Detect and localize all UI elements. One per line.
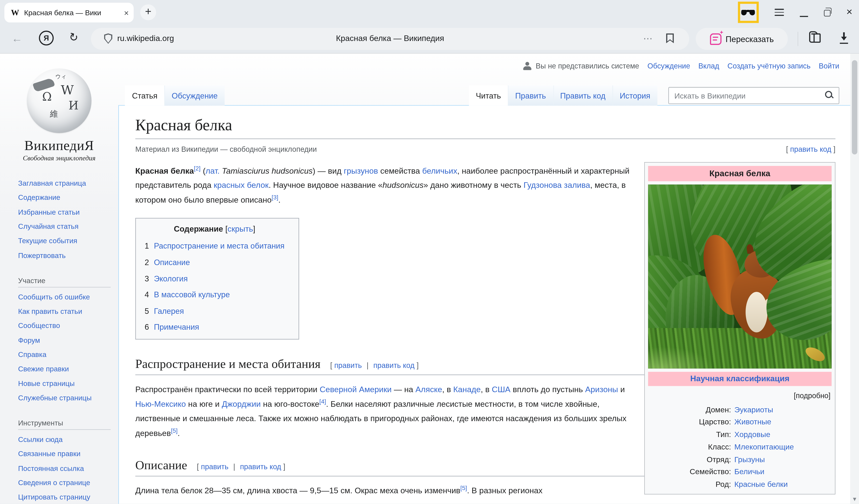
sidebar-item-how-to-edit[interactable]: Как править статьи: [18, 307, 118, 316]
inline-link[interactable]: США: [492, 385, 511, 394]
minimize-icon[interactable]: [800, 7, 808, 18]
summarize-button[interactable]: Пересказать: [696, 28, 788, 50]
inline-link[interactable]: Джорджии: [222, 400, 261, 409]
new-tab-button[interactable]: +: [140, 4, 156, 20]
edit-link[interactable]: править: [334, 361, 362, 369]
taxon-link[interactable]: Животные: [734, 416, 771, 428]
scrollbar-thumb[interactable]: [852, 60, 858, 155]
close-icon[interactable]: ×: [846, 7, 852, 17]
wikipedia-logo[interactable]: ウィ W Ω И 維 ВикипедиЯ Свободная энциклопе…: [0, 54, 118, 163]
side-panel-icon[interactable]: [809, 31, 818, 43]
taxon-link[interactable]: Хордовые: [734, 428, 770, 441]
address-bar[interactable]: ru.wikipedia.org Красная белка — Википед…: [91, 28, 689, 50]
reference-link[interactable]: [5]: [171, 427, 178, 434]
personal-link-talk[interactable]: Обсуждение: [647, 62, 690, 70]
tab-edit[interactable]: Править: [508, 86, 553, 106]
inline-link[interactable]: Аризоны: [585, 385, 618, 394]
inline-link[interactable]: Гудзонова залива: [524, 181, 590, 189]
sidebar-item-report-error[interactable]: Сообщить об ошибке: [18, 293, 118, 301]
sidebar-item-forum[interactable]: Форум: [18, 336, 118, 345]
toc-link[interactable]: Галерея: [154, 306, 184, 315]
sidebar-item-help[interactable]: Справка: [18, 350, 118, 359]
toc-link[interactable]: Распространение и места обитания: [154, 242, 285, 250]
taxon-link[interactable]: Млекопитающие: [734, 441, 794, 453]
logo-tagline: Свободная энциклопедия: [0, 154, 118, 163]
squirrel-photo[interactable]: [648, 184, 832, 368]
sidebar-item-main-page[interactable]: Заглавная страница: [18, 179, 118, 188]
reference-link[interactable]: [4]: [319, 398, 326, 404]
browser-menu-icon[interactable]: [774, 9, 784, 16]
sidebar-item-special-pages[interactable]: Служебные страницы: [18, 394, 118, 402]
inline-link[interactable]: красных белок: [214, 181, 269, 189]
sidebar-item-contents[interactable]: Содержание: [18, 194, 118, 202]
taxon-link[interactable]: Эукариоты: [734, 403, 773, 416]
reference-link[interactable]: [3]: [272, 194, 278, 200]
inline-link[interactable]: Северной Америки: [319, 385, 391, 394]
search-icon[interactable]: [825, 91, 834, 100]
sidebar-item-recent-changes[interactable]: Свежие правки: [18, 365, 118, 373]
tab-edit-source[interactable]: Править код: [553, 86, 613, 106]
toc-link[interactable]: Экология: [154, 274, 188, 283]
toc-link[interactable]: Примечания: [154, 323, 199, 332]
edit-source-link[interactable]: править код: [374, 361, 415, 369]
detail-link[interactable]: подробно: [796, 392, 829, 400]
protect-shield-icon[interactable]: [104, 33, 112, 44]
wikipedia-globe-icon: ウィ W Ω И 維: [27, 68, 91, 133]
personal-link-createaccount[interactable]: Создать учётную запись: [727, 62, 811, 70]
sidebar-item-permanent-link[interactable]: Постоянная ссылка: [18, 464, 118, 473]
search-input[interactable]: [668, 87, 839, 104]
toc-hide-link[interactable]: скрыть: [228, 225, 253, 233]
toc-item: 2Описание: [145, 257, 284, 268]
yandex-home-icon[interactable]: Я: [39, 31, 54, 46]
sidebar-item-new-pages[interactable]: Новые страницы: [18, 379, 118, 388]
refresh-icon[interactable]: ↻: [68, 31, 80, 44]
personal-link-contribs[interactable]: Вклад: [698, 62, 719, 70]
tab-history[interactable]: История: [613, 86, 658, 106]
browser-tab[interactable]: W Красная белка — Вики ×: [4, 3, 134, 22]
bookmark-icon[interactable]: [666, 33, 674, 43]
inline-link[interactable]: Канаде: [453, 385, 481, 394]
taxon-link[interactable]: Беличьи: [734, 465, 764, 478]
personal-link-login[interactable]: Войти: [819, 62, 840, 70]
reference-link[interactable]: [5]: [461, 485, 467, 491]
toc-link[interactable]: В массовой культуре: [154, 290, 230, 299]
taxon-link[interactable]: Красные белки: [734, 478, 788, 490]
site-more-icon[interactable]: ⋯: [643, 33, 653, 44]
inline-link[interactable]: Нью-Мексико: [135, 400, 186, 409]
inline-link[interactable]: беличьих: [422, 166, 457, 175]
sidebar-item-related-changes[interactable]: Связанные правки: [18, 450, 118, 458]
tab-article[interactable]: Статья: [125, 86, 165, 106]
tab-read[interactable]: Читать: [469, 86, 508, 106]
page-scrollbar[interactable]: [850, 54, 859, 504]
edit-source-link[interactable]: править код: [790, 145, 831, 153]
sidebar-item-community[interactable]: Сообщество: [18, 322, 118, 330]
tab-close-icon[interactable]: ×: [124, 9, 129, 17]
sidebar-item-page-info[interactable]: Сведения о странице: [18, 478, 118, 487]
url-text[interactable]: ru.wikipedia.org: [117, 34, 174, 43]
view-tabs: Читать Править Править код История: [469, 86, 658, 106]
sidebar-item-donate[interactable]: Пожертвовать: [18, 251, 118, 260]
sidebar-item-cite-page[interactable]: Цитировать страницу: [18, 493, 118, 501]
taxobox-row: Класс:Млекопитающие: [648, 441, 832, 453]
taxobox-row: Царство:Животные: [648, 416, 832, 428]
inline-link[interactable]: лат.: [206, 166, 220, 175]
inline-link[interactable]: Аляске: [416, 385, 442, 394]
toc-link[interactable]: Описание: [154, 258, 190, 266]
back-icon[interactable]: ←: [12, 33, 22, 44]
sidebar-item-current-events[interactable]: Текущие события: [18, 237, 118, 245]
sidebar-item-random[interactable]: Случайная статья: [18, 223, 118, 231]
toc-item: 4В массовой культуре: [145, 290, 284, 300]
tab-discussion[interactable]: Обсуждение: [165, 86, 225, 106]
scrollbar-down-arrow[interactable]: [853, 498, 856, 501]
sidebar-item-featured[interactable]: Избранные статьи: [18, 208, 118, 217]
classification-link[interactable]: Научная классификация: [690, 374, 789, 383]
incognito-glasses-highlight-box[interactable]: [738, 2, 759, 23]
taxon-link[interactable]: Грызуны: [734, 453, 765, 465]
reference-link[interactable]: [2]: [194, 165, 200, 171]
edit-link[interactable]: править: [201, 462, 228, 471]
inline-link[interactable]: грызунов: [344, 166, 378, 175]
restore-icon[interactable]: [824, 10, 830, 16]
sidebar-item-what-links-here[interactable]: Ссылки сюда: [18, 435, 118, 444]
downloads-icon[interactable]: [840, 32, 848, 44]
edit-source-link[interactable]: править код: [240, 462, 281, 471]
